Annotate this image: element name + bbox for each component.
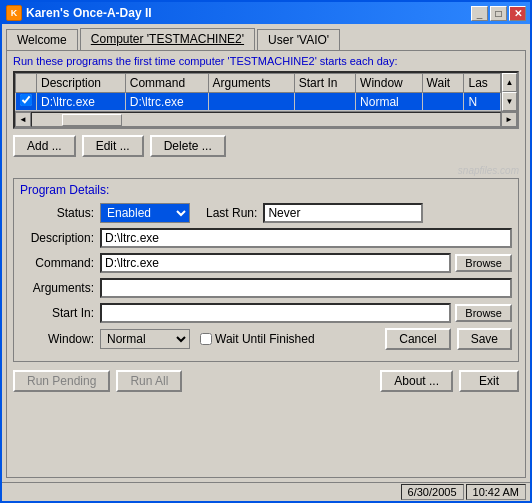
window-select[interactable]: Normal Maximized Minimized <box>100 329 190 349</box>
wait-checkbox[interactable] <box>200 333 212 345</box>
close-button[interactable]: ✕ <box>509 6 526 21</box>
arguments-field[interactable] <box>100 278 512 298</box>
col-checkbox <box>16 74 37 93</box>
run-all-button[interactable]: Run All <box>116 370 182 392</box>
tab-user-label: User 'VAIO' <box>268 33 329 47</box>
row-command: D:\ltrc.exe <box>125 93 208 111</box>
row-last: N <box>464 93 501 111</box>
tab-welcome[interactable]: Welcome <box>6 29 78 50</box>
last-run-label: Last Run: <box>206 206 257 220</box>
add-button[interactable]: Add ... <box>13 135 76 157</box>
startin-field[interactable] <box>100 303 451 323</box>
cancel-button[interactable]: Cancel <box>385 328 450 350</box>
tab-welcome-label: Welcome <box>17 33 67 47</box>
scroll-down-button[interactable]: ▼ <box>502 92 517 111</box>
titlebar-left: K Karen's Once-A-Day II <box>6 5 152 21</box>
horizontal-scrollbar: ◄ ► <box>15 111 517 127</box>
titlebar-buttons: _ □ ✕ <box>471 6 526 21</box>
startin-browse-button[interactable]: Browse <box>455 304 512 322</box>
scroll-left-button[interactable]: ◄ <box>15 112 31 127</box>
vertical-scrollbar: ▲ ▼ <box>501 73 517 111</box>
col-arguments: Arguments <box>208 74 294 93</box>
table-row[interactable]: D:\ltrc.exe D:\ltrc.exe Normal N <box>16 93 501 111</box>
status-bar: 6/30/2005 10:42 AM <box>2 482 530 501</box>
content-area: Welcome Computer 'TESTMACHINE2' User 'VA… <box>2 24 530 482</box>
scroll-up-button[interactable]: ▲ <box>502 73 517 92</box>
run-pending-button[interactable]: Run Pending <box>13 370 110 392</box>
tab-computer-label: Computer 'TESTMACHINE2' <box>91 32 244 46</box>
status-label: Status: <box>20 206 100 220</box>
window-label: Window: <box>20 332 100 346</box>
arguments-label: Arguments: <box>20 281 100 295</box>
restore-button[interactable]: □ <box>490 6 507 21</box>
row-wait <box>422 93 464 111</box>
bottom-bar: Run Pending Run All About ... Exit <box>13 366 519 392</box>
save-button[interactable]: Save <box>457 328 512 350</box>
instruction-text: Run these programs the first time comput… <box>13 55 519 67</box>
program-details-section: Program Details: Status: Enabled Disable… <box>13 178 519 362</box>
col-command: Command <box>125 74 208 93</box>
status-select-wrap: Enabled Disabled <box>100 203 190 223</box>
delete-button[interactable]: Delete ... <box>150 135 226 157</box>
status-time: 10:42 AM <box>466 484 526 500</box>
program-table: Description Command Arguments Start In W… <box>15 73 501 111</box>
exit-button[interactable]: Exit <box>459 370 519 392</box>
last-run-group: Last Run: <box>206 203 423 223</box>
startin-label: Start In: <box>20 306 100 320</box>
status-row: Status: Enabled Disabled Last Run: <box>20 203 512 223</box>
about-button[interactable]: About ... <box>380 370 453 392</box>
app-icon: K <box>6 5 22 21</box>
titlebar: K Karen's Once-A-Day II _ □ ✕ <box>2 2 530 24</box>
tab-user[interactable]: User 'VAIO' <box>257 29 340 50</box>
last-run-field[interactable] <box>263 203 423 223</box>
window-title: Karen's Once-A-Day II <box>26 6 152 20</box>
window-row: Window: Normal Maximized Minimized Wait … <box>20 328 512 350</box>
row-checkbox-cell <box>16 93 37 111</box>
row-arguments <box>208 93 294 111</box>
status-date: 6/30/2005 <box>401 484 464 500</box>
arguments-row: Arguments: <box>20 278 512 298</box>
command-browse-button[interactable]: Browse <box>455 254 512 272</box>
details-title: Program Details: <box>20 183 512 197</box>
description-row: Description: <box>20 228 512 248</box>
main-window: K Karen's Once-A-Day II _ □ ✕ Welcome Co… <box>0 0 532 503</box>
program-table-container: Description Command Arguments Start In W… <box>13 71 519 129</box>
row-checkbox[interactable] <box>20 94 32 106</box>
action-buttons-row: Add ... Edit ... Delete ... <box>13 135 519 157</box>
wait-label-text: Wait Until Finished <box>215 332 315 346</box>
col-description: Description <box>37 74 126 93</box>
tab-computer[interactable]: Computer 'TESTMACHINE2' <box>80 28 255 50</box>
save-cancel-buttons: Cancel Save <box>385 328 512 350</box>
main-panel: Run these programs the first time comput… <box>6 50 526 478</box>
col-startin: Start In <box>294 74 355 93</box>
col-window: Window <box>356 74 422 93</box>
bottom-left-buttons: Run Pending Run All <box>13 370 182 392</box>
description-label: Description: <box>20 231 100 245</box>
command-row: Command: Browse <box>20 253 512 273</box>
row-startin <box>294 93 355 111</box>
startin-row: Start In: Browse <box>20 303 512 323</box>
scroll-track <box>31 112 501 127</box>
edit-button[interactable]: Edit ... <box>82 135 144 157</box>
scroll-right-button[interactable]: ► <box>501 112 517 127</box>
col-last: Las <box>464 74 501 93</box>
command-label: Command: <box>20 256 100 270</box>
minimize-button[interactable]: _ <box>471 6 488 21</box>
table-main: Description Command Arguments Start In W… <box>15 73 501 111</box>
bottom-right-buttons: About ... Exit <box>380 370 519 392</box>
table-scroll-area: Description Command Arguments Start In W… <box>15 73 517 111</box>
command-field[interactable] <box>100 253 451 273</box>
col-wait: Wait <box>422 74 464 93</box>
scroll-thumb[interactable] <box>62 114 122 126</box>
description-field[interactable] <box>100 228 512 248</box>
wait-checkbox-label: Wait Until Finished <box>200 332 315 346</box>
tab-bar: Welcome Computer 'TESTMACHINE2' User 'VA… <box>6 28 526 50</box>
status-group: Status: Enabled Disabled <box>20 203 190 223</box>
status-select[interactable]: Enabled Disabled <box>100 203 190 223</box>
watermark-text: snapfiles.com <box>13 165 519 176</box>
row-window: Normal <box>356 93 422 111</box>
row-description: D:\ltrc.exe <box>37 93 126 111</box>
